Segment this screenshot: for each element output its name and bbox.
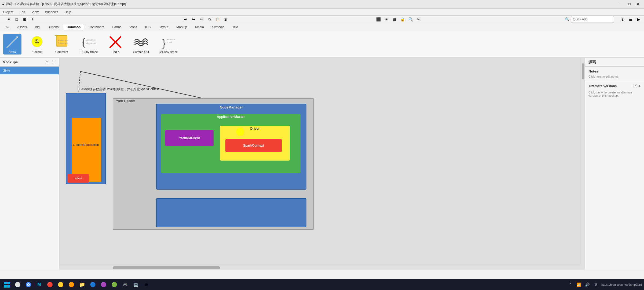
taskbar-app-extra1[interactable]: 🎮 <box>120 280 130 289</box>
component-callout-label: Callout <box>32 50 42 53</box>
svg-text:A example: A example <box>167 38 175 41</box>
taskbar-lang-icon[interactable]: 英 <box>593 281 599 288</box>
component-red-x-label: Red X <box>111 50 120 53</box>
svg-rect-22 <box>7 285 10 288</box>
taskbar-app-extra3[interactable]: 🖥 <box>142 280 151 289</box>
taskbar-volume-icon[interactable]: 🔊 <box>584 281 591 288</box>
tab-markup[interactable]: Markup <box>173 24 191 30</box>
tab-forms[interactable]: Forms <box>109 24 125 30</box>
tab-big[interactable]: Big <box>31 24 43 30</box>
sidebar-icon-list[interactable]: ☰ <box>51 60 56 65</box>
component-callout[interactable]: ① Callout <box>28 34 46 55</box>
copy-icon[interactable]: ⧉ <box>206 16 213 23</box>
component-arrow[interactable]: Arrow <box>3 34 21 55</box>
horizontal-scroll-thumb[interactable] <box>113 266 220 269</box>
taskbar-app-orange[interactable]: 🟠 <box>67 280 76 289</box>
search-icon: 🔍 <box>565 17 569 21</box>
notes-placeholder[interactable]: Click here to edit notes. <box>588 75 641 78</box>
help-icon[interactable]: ? <box>633 84 637 88</box>
svg-point-25 <box>28 284 29 285</box>
tab-ios[interactable]: iOS <box>142 24 154 30</box>
menu-view[interactable]: View <box>31 10 40 15</box>
quick-add-input[interactable] <box>571 16 614 23</box>
taskbar-app-yellow[interactable]: 🟡 <box>56 280 65 289</box>
component-comment-label: Comment <box>55 50 68 53</box>
sidebar-icon-grid[interactable]: □ <box>44 60 50 65</box>
taskbar-chrome[interactable] <box>24 280 33 289</box>
play-icon[interactable]: ▶ <box>635 16 642 23</box>
minimize-button[interactable]: — <box>617 1 625 7</box>
taskbar-app-extra2[interactable]: 💻 <box>131 280 141 289</box>
zoom-icon[interactable]: 🔍 <box>407 16 414 23</box>
tab-icons[interactable]: Icons <box>126 24 141 30</box>
add-mockup-icon[interactable]: + <box>30 16 36 23</box>
taskbar-app-folder[interactable]: 📁 <box>77 280 87 289</box>
maximize-button[interactable]: □ <box>626 1 633 7</box>
vertical-scroll-thumb[interactable] <box>582 63 584 79</box>
component-scratch-out-label: Scratch-Out <box>133 50 149 53</box>
svg-rect-21 <box>4 285 7 288</box>
taskbar-app-blue[interactable]: 🔵 <box>88 280 98 289</box>
taskbar-app-red[interactable]: 🔴 <box>45 280 55 289</box>
menu-project[interactable]: Project <box>2 10 14 15</box>
tab-common[interactable]: Common <box>63 24 84 30</box>
node-manager-label: NodeManager <box>157 104 306 110</box>
lock-icon[interactable]: 🔒 <box>399 16 406 23</box>
align-right-icon[interactable]: ▦ <box>391 16 398 23</box>
tab-layout[interactable]: Layout <box>155 24 172 30</box>
tab-all[interactable]: All <box>2 24 13 30</box>
tab-containers[interactable]: Containers <box>85 24 108 30</box>
redo-icon[interactable]: ↪ <box>190 16 197 23</box>
taskbar-app-m[interactable]: M <box>34 280 44 289</box>
single-view-icon[interactable]: □ <box>13 16 20 23</box>
taskbar-network-icon[interactable]: 📶 <box>576 281 582 288</box>
alt-versions-title: Alternate Versions <box>588 84 617 88</box>
delete-icon[interactable]: 🗑 <box>222 16 229 23</box>
align-center-icon[interactable]: ≡ <box>383 16 390 23</box>
yarn-cluster-box: Yarn Cluster NodeManager ApplicationMast… <box>113 98 314 230</box>
info-icon[interactable]: ℹ <box>619 16 626 23</box>
taskbar-app-purple[interactable]: 🟣 <box>99 280 108 289</box>
taskbar-app-green[interactable]: 🟢 <box>109 280 119 289</box>
hamburger-icon[interactable]: ≡ <box>5 16 12 23</box>
paste-icon[interactable]: 📋 <box>214 16 221 23</box>
taskbar-search[interactable]: ⚪ <box>13 280 23 289</box>
menu-windows[interactable]: Windows <box>44 10 59 15</box>
align-left-icon[interactable]: ⬛ <box>375 16 382 23</box>
grid-view-icon[interactable]: ⊞ <box>21 16 28 23</box>
close-button[interactable]: ✕ <box>634 1 642 7</box>
horizontal-scrollbar[interactable] <box>59 266 585 270</box>
taskbar: ⚪ M 🔴 🟡 🟠 📁 🔵 🟣 🟢 🎮 💻 🖥 ⌃ 📶 🔊 英 https://… <box>0 279 644 290</box>
component-tabs: All Assets Big Buttons Common Containers… <box>0 23 644 31</box>
driver-label: Driver <box>220 126 290 132</box>
alt-versions-description: Click the '+' to create an alternate ver… <box>588 91 641 97</box>
tab-assets[interactable]: Assets <box>14 24 30 30</box>
component-comment[interactable]: A example of text A example of text Comm… <box>53 34 71 55</box>
app-master-box: ApplicationMaster YarnRMClient Driver <box>161 114 301 173</box>
tab-buttons[interactable]: Buttons <box>44 24 62 30</box>
tab-media[interactable]: Media <box>192 24 207 30</box>
vertical-scrollbar[interactable] <box>581 58 585 266</box>
component-v-curly-brace[interactable]: } A example of text V.Curly Brace <box>158 34 180 55</box>
v-curly-brace-icon: } A example of text <box>162 35 176 49</box>
mockup-item-yuanma[interactable]: 源码 <box>0 67 59 74</box>
crop-icon[interactable]: ✂ <box>415 16 422 23</box>
cut-icon[interactable]: ✂ <box>198 16 205 23</box>
left-sidebar: Mockups □ ☰ 源码 <box>0 58 59 270</box>
add-version-icon[interactable]: + <box>638 84 641 89</box>
right-panel-title: 源码 <box>588 60 596 65</box>
undo-icon[interactable]: ↩ <box>182 16 189 23</box>
tab-text[interactable]: Text <box>229 24 242 30</box>
canvas-area[interactable]: 3. AM根据参数启动Driver的线程，并初始化SparkContext su… <box>59 58 585 270</box>
left-blue-box: submit <box>66 93 106 184</box>
component-scratch-out[interactable]: Scratch-Out <box>131 34 151 55</box>
menu-help[interactable]: Help <box>64 10 72 15</box>
list-icon[interactable]: ☰ <box>627 16 634 23</box>
component-h-curly-brace[interactable]: { A example of text A example H.Curly Br… <box>77 34 100 55</box>
taskbar-chevron-up[interactable]: ⌃ <box>567 281 573 288</box>
taskbar-start-button[interactable] <box>2 280 12 289</box>
tab-symbols[interactable]: Symbols <box>208 24 228 30</box>
menu-edit[interactable]: Edit <box>19 10 26 15</box>
sidebar-icons: □ ☰ <box>44 60 56 65</box>
component-red-x[interactable]: Red X <box>106 34 125 55</box>
